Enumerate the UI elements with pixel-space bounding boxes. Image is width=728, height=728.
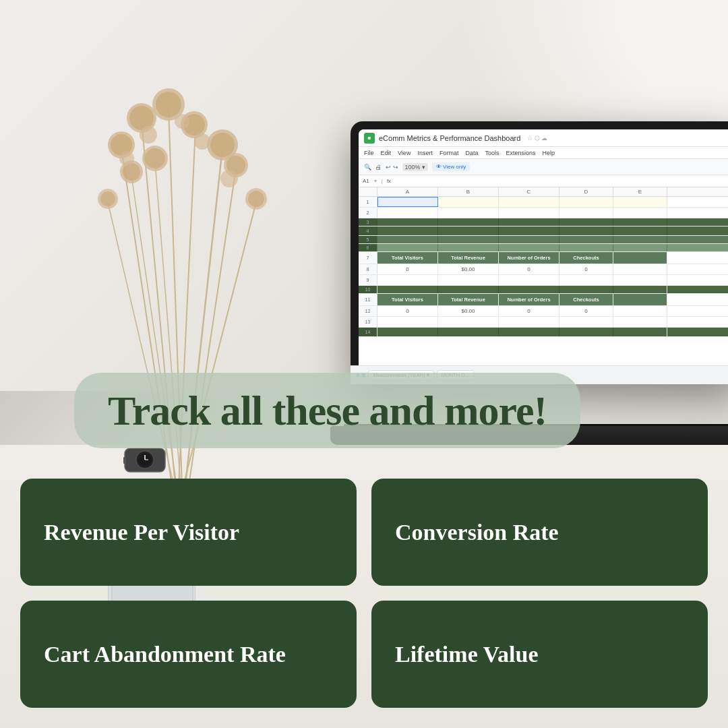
menu-extensions[interactable]: Extensions xyxy=(506,150,535,156)
spreadsheet-controls: 🔍 🖨 ↩ ↪ 100% ▾ 👁 View only xyxy=(359,159,728,175)
cell-b4 xyxy=(438,226,499,235)
row-num-9: 9 xyxy=(359,275,377,285)
row-num-3: 3 xyxy=(359,218,377,226)
cell-d6 xyxy=(559,244,613,251)
cell-d3 xyxy=(559,218,613,226)
svg-point-25 xyxy=(123,163,140,181)
cell-c6 xyxy=(499,244,559,251)
row-num-10: 10 xyxy=(359,286,377,293)
row-num-6: 6 xyxy=(359,244,377,251)
cell-a1[interactable] xyxy=(377,197,438,207)
metric-label-conversion-rate: Conversion Rate xyxy=(395,520,559,545)
svg-point-32 xyxy=(175,114,189,129)
spreadsheet-row-13: 13 xyxy=(359,317,728,328)
cell-d1 xyxy=(559,197,613,207)
cell-d10 xyxy=(559,286,613,293)
cell-e12 xyxy=(613,306,667,316)
cell-a14 xyxy=(377,328,438,336)
main-heading: Track all these and more! xyxy=(108,388,547,433)
spreadsheet-grid: A B C D E 1 xyxy=(359,187,728,337)
cell-d9 xyxy=(559,275,613,285)
cell-c8: 0 xyxy=(499,264,559,274)
cell-a9 xyxy=(377,275,438,285)
col-header-a: A xyxy=(377,187,438,196)
cell-c9 xyxy=(499,275,559,285)
spreadsheet-row-7: 7 Total Visitors Total Revenue Number of… xyxy=(359,252,728,264)
cell-c1 xyxy=(499,197,559,207)
metric-label-cart-abandonment: Cart Abandonment Rate xyxy=(44,642,286,667)
cell-c4 xyxy=(499,226,559,235)
svg-point-34 xyxy=(119,151,134,166)
cell-d12: 0 xyxy=(559,306,613,316)
cell-e10 xyxy=(613,286,667,293)
metric-cards-grid: Revenue Per Visitor Conversion Rate Cart… xyxy=(20,479,708,708)
row-col-header xyxy=(359,187,377,196)
svg-rect-38 xyxy=(123,457,126,464)
menu-view[interactable]: View xyxy=(398,150,411,156)
cell-b8: $0.00 xyxy=(438,264,499,274)
cell-header-revenue: Total Revenue xyxy=(438,252,499,264)
formula-bar: A1 ▾ | fx xyxy=(359,175,728,187)
col-header-c: C xyxy=(499,187,559,196)
cell-header-visitors2: Total Visitors xyxy=(377,294,438,305)
heading-bubble: Track all these and more! xyxy=(74,373,580,448)
row-num-4: 4 xyxy=(359,226,377,235)
spreadsheet-row-3: 3 xyxy=(359,218,728,226)
menu-edit[interactable]: Edit xyxy=(381,150,392,156)
cell-d4 xyxy=(559,226,613,235)
menu-file[interactable]: File xyxy=(364,150,374,156)
cell-d13 xyxy=(559,317,613,327)
cell-c14 xyxy=(499,328,559,336)
zoom-icon: 🔍 xyxy=(364,164,371,171)
cell-b9 xyxy=(438,275,499,285)
cell-e9 xyxy=(613,275,667,285)
spreadsheet-row-11: 11 Total Visitors Total Revenue Number o… xyxy=(359,294,728,306)
menu-data[interactable]: Data xyxy=(465,150,478,156)
metric-card-conversion-rate: Conversion Rate xyxy=(371,479,708,586)
svg-point-17 xyxy=(210,133,235,157)
sheets-icon: ■ xyxy=(364,133,375,144)
cell-e8 xyxy=(613,264,667,274)
spreadsheet-title: eComm Metrics & Performance Dashboard xyxy=(379,134,520,142)
col-header-d: D xyxy=(559,187,613,196)
cell-a4 xyxy=(377,226,438,235)
spreadsheet-row-9: 9 xyxy=(359,275,728,286)
sheets-icon-symbol: ■ xyxy=(368,135,371,141)
star-icon: ☆ ⬡ ☁ xyxy=(527,135,547,142)
row-num-5: 5 xyxy=(359,236,377,243)
svg-point-33 xyxy=(220,170,238,187)
cell-a13 xyxy=(377,317,438,327)
svg-point-31 xyxy=(194,133,210,150)
cell-c5 xyxy=(499,236,559,243)
undo-icon: ↩ ↪ xyxy=(386,164,398,171)
cell-c2 xyxy=(499,208,559,218)
cell-header-revenue2: Total Revenue xyxy=(438,294,499,305)
watch-decoration xyxy=(118,445,172,475)
cell-a5 xyxy=(377,236,438,243)
formula-icon: | xyxy=(382,178,383,184)
spreadsheet-row-4: 4 xyxy=(359,226,728,236)
column-headers: A B C D E xyxy=(359,187,728,197)
spreadsheet-row-5: 5 xyxy=(359,236,728,244)
row-num-2: 2 xyxy=(359,208,377,218)
menu-tools[interactable]: Tools xyxy=(485,150,499,156)
metric-label-lifetime-value: Lifetime Value xyxy=(395,642,538,667)
view-only-button[interactable]: 👁 View only xyxy=(432,162,470,171)
menu-format[interactable]: Format xyxy=(439,150,459,156)
spreadsheet-row-12: 12 0 $0.00 0 0 xyxy=(359,306,728,317)
cell-b5 xyxy=(438,236,499,243)
svg-point-27 xyxy=(248,191,264,207)
menu-help[interactable]: Help xyxy=(542,150,555,156)
spreadsheet-content: ■ eComm Metrics & Performance Dashboard … xyxy=(359,129,728,376)
spreadsheet-row-2: 2 xyxy=(359,208,728,218)
fx-label: fx xyxy=(387,178,391,184)
cell-a12: 0 xyxy=(377,306,438,316)
spreadsheet-row-1: 1 xyxy=(359,197,728,208)
cell-c12: 0 xyxy=(499,306,559,316)
eye-icon: 👁 xyxy=(436,164,442,170)
svg-point-29 xyxy=(100,191,115,206)
cell-b1 xyxy=(438,197,499,207)
spreadsheet-row-10: 10 xyxy=(359,286,728,294)
col-header-b: B xyxy=(438,187,499,196)
menu-insert[interactable]: Insert xyxy=(417,150,433,156)
